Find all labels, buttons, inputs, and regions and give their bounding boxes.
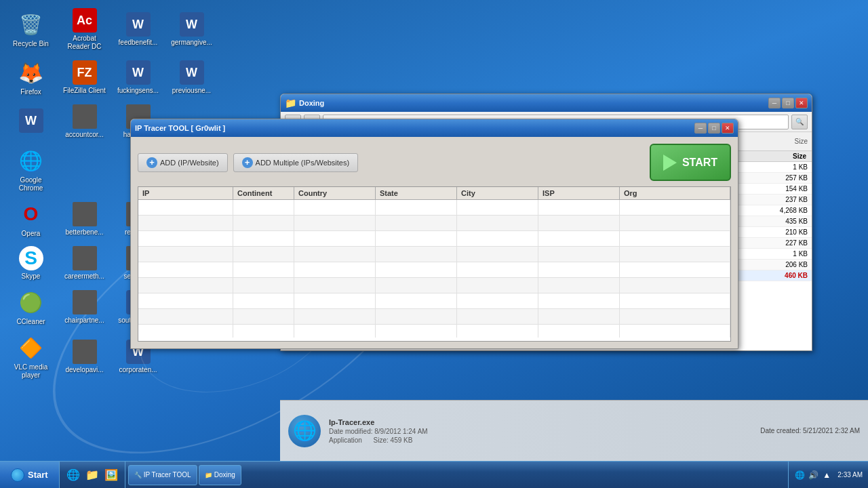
desktop-icon-opera[interactable]: O Opera	[5, 198, 56, 241]
org-col-header: Org	[620, 187, 730, 199]
add-multiple-ips-btn[interactable]: + ADD Multiple (IPs/Websites)	[233, 153, 359, 172]
desktop-icon-careermeth[interactable]: careermeth...	[59, 243, 110, 283]
file-info-text: Ip-Tracer.exe Date modified: 8/9/2012 1:…	[329, 418, 752, 444]
ip-tracer-body: + ADD (IP/Website) + ADD Multiple (IPs/W…	[131, 137, 738, 348]
ip-table-row	[138, 200, 730, 216]
germangive-label: germangive...	[171, 39, 212, 47]
recycle-bin-label: Recycle Bin	[13, 40, 49, 48]
filesize-11: 460 KB	[753, 272, 808, 279]
ip-tracer-titlebar[interactable]: IP Tracer TOOL [ Gr0wlit ] ─ □ ✕	[131, 119, 738, 137]
doxing-organize-label: Size	[795, 138, 808, 145]
chairpartne-label: chairpartne...	[64, 317, 104, 325]
quick-launch-ie-icon[interactable]: 🌐	[65, 467, 81, 483]
ip-table-row	[138, 262, 730, 278]
chrome-icon: 🌐	[18, 147, 45, 174]
vlc-icon: 🔶	[18, 334, 45, 361]
doxing-minimize-btn[interactable]: ─	[768, 98, 781, 108]
ip-table-row	[138, 309, 730, 325]
filesize-10: 206 KB	[753, 261, 808, 268]
tray-volume-icon[interactable]: 🔊	[808, 470, 818, 481]
feedbenefit-icon: W	[126, 12, 151, 37]
fuckingsens-label: fuckingsens...	[117, 87, 159, 95]
ip-tracer-close-btn[interactable]: ✕	[722, 123, 734, 134]
ip-table-row	[138, 231, 730, 247]
city-col-header: City	[457, 187, 538, 199]
ip-tracer-maximize-btn[interactable]: □	[708, 123, 720, 134]
filesize-3: 154 KB	[753, 185, 808, 192]
file-info-type: Application Size: 459 KB	[329, 436, 752, 444]
add-ip-plus-icon: +	[146, 157, 157, 168]
doxing-maximize-btn[interactable]: □	[782, 98, 794, 108]
fuckingsens-icon: W	[126, 60, 151, 85]
desktop-icon-firefox[interactable]: 🦊 Firefox	[5, 56, 56, 99]
filesize-7: 210 KB	[753, 228, 808, 236]
previousne-label: previousne...	[172, 87, 211, 95]
desktop-icon-fuckingsens[interactable]: W fuckingsens...	[113, 56, 163, 99]
doxing-titlebar[interactable]: 📁 Doxing ─ □ ✕	[281, 94, 812, 112]
add-multiple-plus-icon: +	[242, 157, 253, 168]
desktop-icon-filezilla[interactable]: FZ FileZilla Client	[59, 56, 110, 99]
careermeth-label: careermeth...	[64, 272, 104, 281]
previousne-icon: W	[180, 60, 204, 85]
quick-launch-media-icon[interactable]: 🖼️	[103, 467, 119, 483]
ip-tracer-window-controls: ─ □ ✕	[694, 123, 734, 134]
ip-table-body	[138, 200, 730, 338]
continent-col-header: Continent	[233, 187, 294, 199]
developavi-icon	[73, 340, 97, 364]
start-orb-icon	[11, 468, 24, 482]
filezilla-label: FileZilla Client	[63, 87, 106, 95]
betterbene-icon	[73, 202, 97, 226]
chrome-label: Google Chrome	[8, 176, 54, 192]
desktop-icon-previousne[interactable]: W previousne...	[166, 56, 217, 99]
desktop-icon-accountcor[interactable]: accountcor...	[59, 102, 110, 142]
filesize-6: 435 KB	[753, 218, 808, 225]
quick-launch-folder-icon[interactable]: 📁	[84, 467, 100, 483]
ip-table-row	[138, 247, 730, 262]
ip-table: IP Continent Country State City ISP Org	[138, 186, 731, 342]
desktop-icon-ccleaner[interactable]: 🟢 CCleaner	[5, 286, 56, 329]
desktop-icon-recycle-bin[interactable]: 🗑️ Recycle Bin	[5, 5, 56, 54]
taskbar-ip-tracer-btn[interactable]: 🔧 IP Tracer TOOL	[128, 465, 197, 485]
ip-tracer-toolbar: + ADD (IP/Website) + ADD Multiple (IPs/W…	[138, 144, 731, 181]
tray-arrow-icon[interactable]: ▲	[821, 470, 832, 481]
taskbar-doxing-btn[interactable]: 📁 Doxing	[199, 465, 241, 485]
accountcor-icon	[73, 104, 97, 129]
desktop-icon-skype[interactable]: S Skype	[5, 243, 56, 283]
chairpartne-icon	[73, 290, 97, 314]
file-info-filename: Ip-Tracer.exe	[329, 418, 752, 426]
ip-table-row	[138, 278, 730, 293]
file-info-panel: 🌐 Ip-Tracer.exe Date modified: 8/9/2012 …	[280, 400, 868, 461]
firefox-icon: 🦊	[18, 59, 45, 86]
skype-icon: S	[19, 246, 43, 270]
filezilla-icon: FZ	[73, 60, 97, 85]
file-info-date-modified: Date modified: 8/9/2012 1:24 AM	[329, 428, 752, 435]
doxing-search-btn[interactable]: 🔍	[791, 115, 808, 129]
ip-tracer-minimize-btn[interactable]: ─	[694, 123, 707, 134]
skype-label: Skype	[22, 272, 41, 281]
add-ip-btn[interactable]: + ADD (IP/Website)	[138, 153, 228, 172]
desktop-icon-developavi[interactable]: developavi...	[59, 331, 110, 382]
taskbar-clock: 2:33 AM	[837, 470, 863, 480]
desktop-icon-acrobat[interactable]: Ac Acrobat Reader DC	[59, 5, 110, 54]
desktop-icon-word3[interactable]: W	[5, 102, 56, 142]
desktop-icon-betterbene[interactable]: betterbene...	[59, 198, 110, 241]
developavi-label: developavi...	[65, 366, 103, 374]
feedbenefit-label: feedbenefit...	[119, 39, 158, 47]
filesize-5: 4,268 KB	[753, 207, 808, 214]
opera-icon: O	[18, 201, 45, 228]
desktop-icon-germangive[interactable]: W germangive...	[166, 5, 217, 54]
ip-tracer-start-btn[interactable]: START	[650, 144, 731, 181]
quick-launch-area: 🌐 📁 🖼️	[60, 462, 125, 488]
desktop-icon-feedbenefit[interactable]: W feedbenefit...	[113, 5, 163, 54]
doxing-title: 📁 Doxing	[285, 98, 766, 108]
doxing-window-controls: ─ □ ✕	[768, 98, 808, 108]
recycle-bin-icon: 🗑️	[18, 11, 45, 38]
tray-network-icon[interactable]: 🌐	[794, 470, 805, 481]
doxing-close-btn[interactable]: ✕	[795, 98, 808, 108]
start-button[interactable]: Start	[0, 462, 60, 488]
ip-table-row	[138, 293, 730, 309]
desktop-icon-vlc[interactable]: 🔶 VLC media player	[5, 331, 56, 382]
desktop-icon-chairpartne[interactable]: chairpartne...	[59, 286, 110, 329]
careermeth-icon	[73, 246, 97, 270]
desktop-icon-chrome[interactable]: 🌐 Google Chrome	[5, 144, 56, 195]
